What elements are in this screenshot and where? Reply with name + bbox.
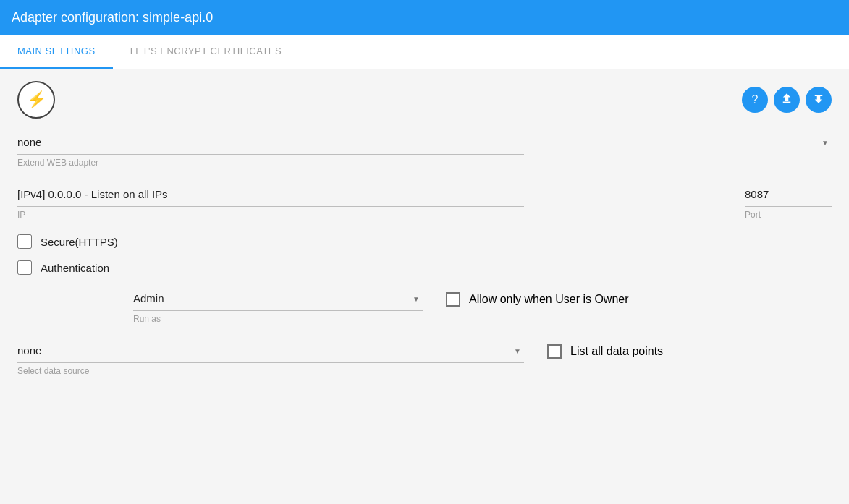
run-as-label: Run as	[133, 314, 423, 324]
title-text: Adapter configuration: simple-api.0	[12, 10, 213, 25]
ip-select-wrapper: [IPv4] 0.0.0.0 - Listen on all IPs	[17, 182, 849, 207]
extend-web-adapter-label: Extend WEB adapter	[17, 158, 832, 168]
extend-web-adapter-group: none Extend WEB adapter	[17, 130, 832, 168]
download-icon	[812, 92, 825, 108]
extend-web-adapter-select[interactable]: none	[17, 130, 524, 155]
upload-button[interactable]	[774, 87, 800, 113]
allow-only-owner-container: Allow only when User is Owner	[446, 292, 629, 307]
datasource-container: none Select data source	[17, 338, 524, 376]
datasource-select[interactable]: none	[17, 338, 524, 363]
list-data-label[interactable]: List all data points	[570, 345, 663, 358]
action-buttons: ?	[742, 87, 832, 113]
secure-https-label[interactable]: Secure(HTTPS)	[41, 236, 118, 248]
ip-select[interactable]: [IPv4] 0.0.0.0 - Listen on all IPs	[17, 182, 524, 207]
authentication-row: Authentication	[17, 260, 832, 275]
adapter-icon: ⚡	[17, 81, 55, 119]
datasource-label: Select data source	[17, 366, 524, 376]
ip-field-container: [IPv4] 0.0.0.0 - Listen on all IPs IP	[17, 182, 849, 220]
tab-lets-encrypt[interactable]: LET'S ENCRYPT CERTIFICATES	[113, 35, 300, 69]
datasource-listdatapoints-row: none Select data source List all data po…	[17, 338, 832, 376]
ip-label: IP	[17, 210, 849, 220]
upload-icon	[780, 92, 793, 108]
title-bar: Adapter configuration: simple-api.0	[0, 0, 849, 35]
port-label: Port	[745, 210, 832, 220]
allow-owner-label[interactable]: Allow only when User is Owner	[469, 293, 629, 306]
main-content: ⚡ ?	[0, 69, 849, 504]
secure-https-checkbox[interactable]	[17, 234, 32, 249]
allow-owner-checkbox[interactable]	[446, 292, 460, 307]
run-as-wrapper: Admin	[133, 286, 423, 311]
list-data-checkbox[interactable]	[547, 344, 562, 359]
tab-main-settings[interactable]: MAIN SETTINGS	[0, 35, 113, 69]
authentication-label[interactable]: Authentication	[41, 262, 109, 274]
tab-bar: MAIN SETTINGS LET'S ENCRYPT CERTIFICATES	[0, 35, 849, 69]
top-row: ⚡ ?	[17, 81, 832, 119]
list-data-points-container: List all data points	[547, 344, 663, 359]
help-button[interactable]: ?	[742, 87, 768, 113]
form-section: none Extend WEB adapter [IPv4] 0.0.0.0 -…	[17, 130, 832, 376]
secure-https-row: Secure(HTTPS)	[17, 234, 832, 249]
authentication-checkbox[interactable]	[17, 260, 32, 275]
run-as-owner-row: Admin Run as Allow only when User is Own…	[17, 286, 832, 324]
lightning-icon: ⚡	[27, 90, 46, 109]
ip-port-row: [IPv4] 0.0.0.0 - Listen on all IPs IP Po…	[17, 182, 832, 220]
run-as-container: Admin Run as	[133, 286, 423, 324]
port-input[interactable]	[745, 182, 832, 207]
extend-web-adapter-wrapper: none	[17, 130, 832, 155]
port-field-container: Port	[745, 182, 832, 220]
download-button[interactable]	[806, 87, 832, 113]
datasource-wrapper: none	[17, 338, 524, 363]
run-as-select[interactable]: Admin	[133, 286, 423, 311]
help-icon: ?	[752, 93, 759, 106]
